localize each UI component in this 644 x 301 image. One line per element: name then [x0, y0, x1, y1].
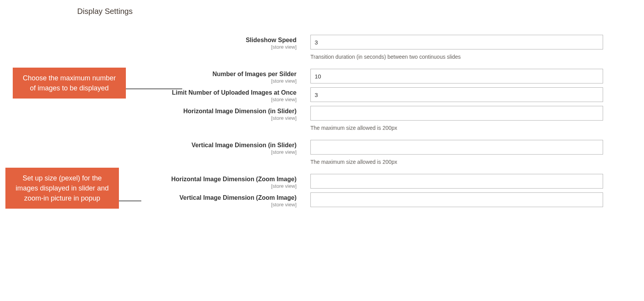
images-per-slider-input[interactable]	[310, 69, 603, 83]
label-wrap: Vertical Image Dimension (in Slider) [st…	[0, 141, 305, 155]
slideshow-speed-input[interactable]	[310, 35, 603, 49]
v-dim-slider-input[interactable]	[310, 140, 603, 155]
field-note: The maximum size allowed is 200px	[310, 158, 603, 165]
field-note: Transition duration (in seconds) between…	[310, 53, 603, 60]
field-h-dim-slider: Horizontal Image Dimension (in Slider) […	[0, 106, 644, 140]
field-label: Limit Number of Uploaded Images at Once	[172, 89, 297, 96]
field-label: Vertical Image Dimension (Zoom Image)	[180, 194, 297, 201]
field-control	[310, 174, 603, 189]
field-note: The maximum size allowed is 200px	[310, 124, 603, 131]
callout-connector-2	[119, 201, 141, 201]
upload-limit-input[interactable]	[310, 87, 603, 102]
field-scope: [store view]	[0, 44, 297, 50]
section-title: Display Settings	[77, 7, 132, 16]
field-label: Slideshow Speed	[246, 37, 297, 43]
field-label: Horizontal Image Dimension (in Slider)	[183, 108, 297, 114]
label-wrap: Slideshow Speed [store view]	[0, 36, 305, 50]
callout-max-images: Choose the maximum number of images to b…	[13, 68, 126, 99]
h-dim-zoom-input[interactable]	[310, 174, 603, 189]
field-label: Vertical Image Dimension (in Slider)	[192, 142, 297, 148]
field-scope: [store view]	[0, 115, 297, 121]
callout-connector-1	[126, 88, 182, 89]
field-control: Transition duration (in seconds) between…	[310, 35, 603, 60]
field-control	[310, 87, 603, 102]
field-control: The maximum size allowed is 200px	[310, 106, 603, 131]
callout-size-pexel: Set up size (pexel) for the images displ…	[5, 168, 119, 209]
h-dim-slider-input[interactable]	[310, 106, 603, 121]
field-label: Number of Images per Silder	[212, 71, 297, 77]
field-slideshow-speed: Slideshow Speed [store view] Transition …	[0, 35, 644, 69]
field-control	[310, 69, 603, 83]
field-label: Horizontal Image Dimension (Zoom Image)	[171, 176, 297, 182]
field-control: The maximum size allowed is 200px	[310, 140, 603, 165]
v-dim-zoom-input[interactable]	[310, 192, 603, 207]
field-control	[310, 192, 603, 207]
field-scope: [store view]	[0, 149, 297, 155]
label-wrap: Horizontal Image Dimension (in Slider) […	[0, 107, 305, 121]
